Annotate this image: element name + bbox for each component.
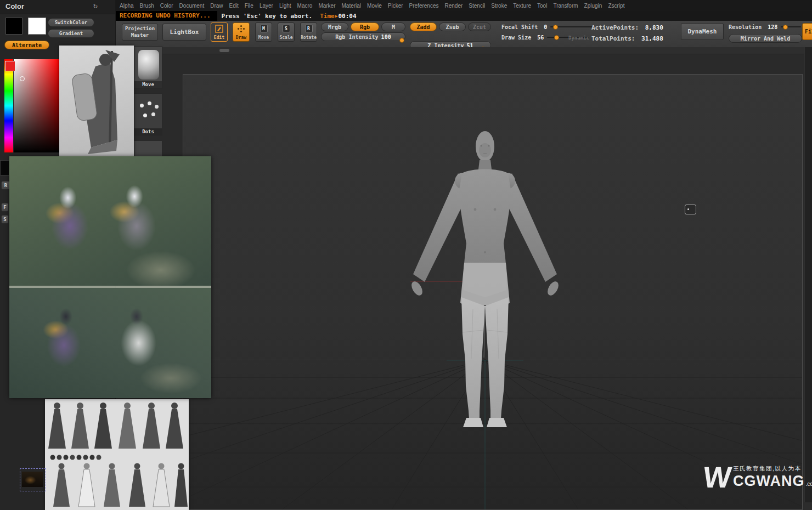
zbrush-window: Alpha Brush Color Document Draw Edit Fil… (0, 0, 812, 510)
tool-thumb-partial[interactable] (134, 140, 162, 157)
cgwang-logo-icon: W (702, 465, 733, 490)
resolution-slider[interactable]: Resolution 128 (729, 23, 801, 31)
scale-button[interactable]: S Scale (278, 22, 295, 42)
panel-fragment-f[interactable]: F (1, 203, 9, 212)
menu-item-texture[interactable]: Texture (513, 3, 531, 9)
edit-pencil-icon (215, 25, 223, 33)
switchcolor-button[interactable]: SwitchColor (48, 18, 94, 27)
menu-item-render[interactable]: Render (445, 3, 463, 9)
menu-item-tool[interactable]: Tool (537, 3, 547, 9)
draw-crosshair-icon (237, 25, 245, 33)
rgb-intensity-slider[interactable]: Rgb Intensity 100 (321, 32, 405, 41)
menu-item-alpha[interactable]: Alpha (120, 3, 134, 9)
menu-item-file[interactable]: File (245, 3, 253, 9)
menu-item-transform[interactable]: Transform (553, 3, 578, 9)
menu-bar: Alpha Brush Color Document Draw Edit Fil… (115, 0, 812, 11)
rgb-intensity-handle[interactable] (399, 38, 404, 43)
top-toolbar: Projection Master LightBox Edit Draw M M… (115, 21, 812, 48)
vertical-scrollbar[interactable] (804, 47, 812, 510)
document-canvas[interactable]: W 王氏教育集团,以人为本 CGWANG .com (183, 74, 803, 510)
m-button[interactable]: M (381, 22, 405, 31)
active-points: ActivePoints: 8,830 (591, 24, 663, 31)
menu-item-stencil[interactable]: Stencil (469, 3, 485, 9)
partial-swatch (0, 160, 9, 175)
menu-item-zscript[interactable]: Zscript (608, 3, 624, 9)
dynamesh-button[interactable]: DynaMesh (681, 23, 724, 40)
recording-banner: RECORDING UNDO HISTORY... Press 'Esc' ke… (115, 11, 812, 21)
menu-item-picker[interactable]: Picker (388, 3, 403, 9)
base-mesh-model (405, 128, 565, 429)
move-letter-icon: M (260, 25, 268, 32)
selection-marquee[interactable] (20, 468, 46, 491)
dots-thumbnail-icon (140, 104, 144, 107)
tool-thumb-label: Dots (134, 128, 162, 135)
focal-shift-handle[interactable] (553, 25, 558, 30)
menu-item-zplugin[interactable]: Zplugin (584, 3, 602, 9)
menu-item-layer[interactable]: Layer (260, 3, 273, 9)
reference-image-concept[interactable] (59, 46, 134, 156)
lightbox-button[interactable]: LightBox (162, 24, 206, 41)
hue-strip[interactable] (4, 59, 13, 152)
menu-item-material[interactable]: Material (342, 3, 362, 9)
menu-item-movie[interactable]: Movie (367, 3, 382, 9)
current-color-swatch[interactable] (5, 61, 15, 71)
reference-image-screenshots[interactable] (9, 156, 211, 398)
sphere-thumbnail-icon (138, 50, 159, 80)
move-button[interactable]: M Move (255, 22, 272, 42)
total-points: TotalPoints: 31,488 (591, 35, 663, 42)
watermark: W 王氏教育集团,以人为本 CGWANG .com (703, 465, 812, 490)
draw-size-handle[interactable] (554, 35, 559, 40)
menu-item-macro[interactable]: Macro (297, 3, 313, 9)
menu-item-marker[interactable]: Marker (318, 3, 335, 9)
mrgb-button[interactable]: Mrgb (321, 22, 348, 31)
concept-sheet[interactable] (45, 399, 189, 510)
rotate-button[interactable]: R Rotate (300, 22, 317, 42)
horizontal-scrollbar[interactable] (115, 47, 804, 54)
alternate-button[interactable]: Alternate (4, 41, 49, 49)
tool-thumb-label: Move (134, 81, 162, 88)
color-panel-header[interactable]: Color ↻ (0, 0, 115, 14)
recording-message: RECORDING UNDO HISTORY... (115, 11, 217, 21)
recording-time-label: Time (320, 13, 335, 20)
gradient-button[interactable]: Gradient (48, 29, 94, 38)
menu-item-stroke[interactable]: Stroke (491, 3, 507, 9)
menu-item-document[interactable]: Document (179, 3, 205, 9)
focal-shift-slider[interactable]: Focal Shift 0 (501, 23, 594, 31)
edit-button[interactable]: Edit (211, 22, 228, 42)
recording-time-value: 00:04 (338, 13, 356, 20)
menu-item-light[interactable]: Light (279, 3, 291, 9)
brush-cursor-icon (685, 205, 696, 214)
tool-thumb-move[interactable]: Move (134, 46, 162, 89)
color-panel-title: Color (5, 2, 24, 10)
time-arrow-icon: ▶ (335, 14, 338, 19)
draw-button[interactable]: Draw (233, 22, 250, 42)
color-picker-cursor[interactable] (20, 76, 25, 81)
h-scroll-handle[interactable] (219, 49, 229, 52)
panel-fragment-s[interactable]: S (1, 215, 9, 224)
resolution-handle[interactable] (783, 25, 788, 30)
secondary-color-swatch[interactable] (5, 18, 22, 35)
selection-thumbnail (22, 472, 43, 487)
watermark-chinese-text: 王氏教育集团,以人为本 (733, 465, 812, 473)
zcut-button[interactable]: Zcut (468, 22, 491, 31)
zadd-button[interactable]: Zadd (410, 22, 437, 31)
rgb-button[interactable]: Rgb (351, 22, 379, 31)
primary-color-swatch[interactable] (28, 18, 46, 35)
refresh-icon[interactable]: ↻ (93, 2, 98, 10)
dynamic-label[interactable]: Dynamic (568, 35, 589, 41)
tool-thumb-dots[interactable]: Dots (134, 93, 162, 136)
menu-item-brush[interactable]: Brush (140, 3, 154, 9)
menu-item-draw[interactable]: Draw (210, 3, 223, 9)
watermark-tld: .com (805, 481, 812, 487)
mirror-and-weld-button[interactable]: Mirror And Weld (729, 34, 802, 43)
zsub-button[interactable]: Zsub (439, 22, 466, 31)
fill-button[interactable]: Fill (802, 23, 812, 40)
concept-character-icon (59, 46, 134, 156)
color-field[interactable] (14, 59, 59, 152)
projection-master-button[interactable]: Projection Master (122, 24, 158, 41)
scale-letter-icon: S (283, 25, 290, 32)
rotate-letter-icon: R (305, 25, 313, 32)
menu-item-color[interactable]: Color (160, 3, 173, 9)
menu-item-edit[interactable]: Edit (229, 3, 239, 9)
menu-item-preferences[interactable]: Preferences (409, 3, 439, 9)
